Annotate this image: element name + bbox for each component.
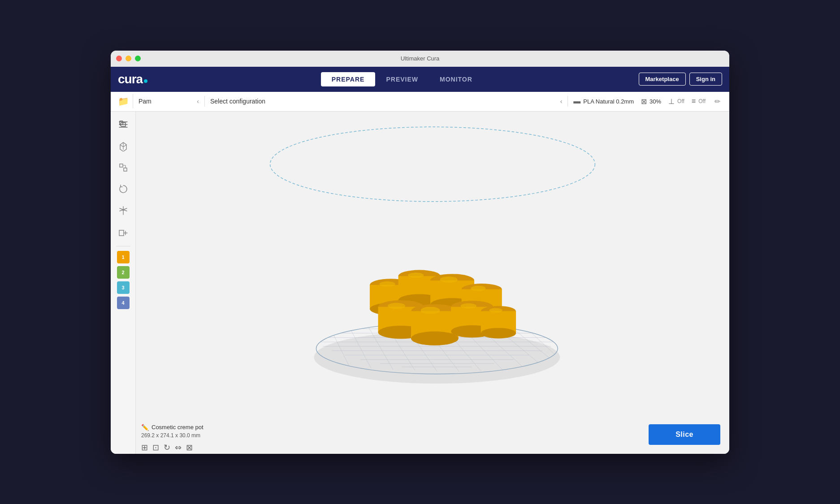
- sidebar-tool-1[interactable]: [114, 115, 133, 134]
- delete-transform-icon[interactable]: ⊠: [186, 443, 193, 452]
- adhesion-label: Off: [698, 98, 706, 104]
- maximize-button[interactable]: [135, 56, 141, 61]
- svg-point-61: [489, 308, 502, 312]
- svg-point-53: [421, 306, 440, 314]
- object-info: ✏️ Cosmetic creme pot 269.2 x 274.1 x 30…: [141, 424, 204, 452]
- svg-point-45: [471, 285, 485, 291]
- nav-tabs: PREPARE PREVIEW MONITOR: [165, 72, 638, 86]
- infill-icon: ⊠: [641, 97, 647, 106]
- svg-point-57: [461, 303, 476, 309]
- layer-1-button[interactable]: 1: [117, 251, 130, 263]
- move-transform-icon[interactable]: ⊞: [141, 443, 148, 452]
- support-icon: ⊥: [668, 97, 675, 106]
- adhesion-icon: ≡: [692, 97, 696, 105]
- sidebar-tool-5[interactable]: [114, 201, 133, 220]
- open-file-icon: [118, 119, 129, 130]
- sidebar: 1 2 3 4: [111, 112, 136, 454]
- logo-dot: [144, 79, 147, 83]
- scale-transform-icon[interactable]: ⊡: [152, 443, 159, 452]
- tab-monitor[interactable]: MONITOR: [429, 72, 483, 86]
- tab-preview[interactable]: PREVIEW: [375, 72, 429, 86]
- chevron-left-icon: ‹: [197, 98, 199, 105]
- main-content: 1 2 3 4: [111, 112, 729, 454]
- minimize-button[interactable]: [126, 56, 131, 61]
- svg-point-49: [388, 303, 405, 309]
- rotate-transform-icon[interactable]: ↻: [164, 443, 170, 452]
- logo-text: cura: [118, 72, 143, 86]
- print-settings: ▬ PLA Natural 0.2mm ⊠ 30% ⊥ Off ≡ Off ✏: [568, 95, 726, 108]
- move-icon: [118, 141, 129, 151]
- cylinder-8: [481, 306, 516, 338]
- sidebar-divider: [116, 246, 130, 246]
- close-button[interactable]: [116, 56, 122, 61]
- support-setting[interactable]: ⊥ Off: [668, 97, 684, 106]
- object-name-text: Cosmetic creme pot: [152, 424, 204, 431]
- svg-point-41: [440, 276, 458, 283]
- svg-point-33: [379, 281, 395, 287]
- slice-button-container: Slice: [649, 424, 720, 445]
- config-text: Select configuration: [210, 98, 558, 105]
- printer-selector[interactable]: Pam ‹: [133, 96, 205, 107]
- app-window: Ultimaker Cura cura PREPARE PREVIEW MONI…: [111, 51, 729, 454]
- app-logo: cura: [118, 72, 147, 86]
- svg-rect-3: [119, 230, 124, 236]
- layer-4-button[interactable]: 4: [117, 297, 130, 309]
- transform-icons: ⊞ ⊡ ↻ ⇔ ⊠: [141, 443, 204, 452]
- chevron-left-icon-2: ‹: [560, 98, 563, 105]
- svg-rect-2: [124, 168, 127, 171]
- window-title: Ultimaker Cura: [401, 55, 440, 62]
- object-dimensions: 269.2 x 274.1 x 30.0 mm: [141, 432, 204, 439]
- support-label: Off: [677, 98, 684, 104]
- app-header: cura PREPARE PREVIEW MONITOR Marketplace…: [111, 67, 729, 92]
- svg-rect-1: [120, 164, 123, 167]
- scene-svg: [136, 112, 729, 454]
- layer-2-button[interactable]: 2: [117, 266, 130, 279]
- svg-point-60: [481, 327, 516, 338]
- folder-icon: 📁: [118, 96, 129, 107]
- sidebar-tool-6[interactable]: [114, 223, 133, 241]
- layer-3-button[interactable]: 3: [117, 281, 130, 294]
- svg-point-37: [408, 272, 424, 278]
- infill-value: 30%: [649, 98, 661, 105]
- rotate-icon: [118, 184, 129, 194]
- slice-button[interactable]: Slice: [649, 424, 720, 445]
- settings-edit-icon[interactable]: ✏: [714, 97, 720, 106]
- open-folder-button[interactable]: 📁: [114, 94, 133, 108]
- object-name-row: ✏️ Cosmetic creme pot: [141, 424, 204, 431]
- material-value: PLA Natural 0.2mm: [583, 98, 634, 105]
- traffic-lights: [116, 56, 141, 61]
- build-volume-ellipse: [270, 127, 595, 202]
- mirror-icon: [118, 205, 129, 216]
- tab-prepare[interactable]: PREPARE: [321, 72, 376, 86]
- config-selector[interactable]: Select configuration ‹: [205, 96, 568, 107]
- pencil-icon: ✏️: [141, 424, 149, 431]
- bottom-bar: ✏️ Cosmetic creme pot 269.2 x 274.1 x 30…: [136, 422, 729, 454]
- adhesion-setting[interactable]: ≡ Off: [692, 97, 706, 105]
- sidebar-tool-2[interactable]: [114, 137, 133, 155]
- sidebar-tool-3[interactable]: [114, 158, 133, 177]
- support-blocker-icon: [118, 227, 129, 237]
- 3d-viewport[interactable]: ✏️ Cosmetic creme pot 269.2 x 274.1 x 30…: [136, 112, 729, 454]
- infill-setting[interactable]: ⊠ 30%: [641, 97, 661, 106]
- toolbar: 📁 Pam ‹ Select configuration ‹ ▬ PLA Nat…: [111, 92, 729, 112]
- printer-name: Pam: [139, 98, 194, 105]
- mirror-transform-icon[interactable]: ⇔: [175, 443, 182, 452]
- material-icon: ▬: [573, 97, 580, 105]
- signin-button[interactable]: Sign in: [689, 73, 722, 86]
- scale-icon: [118, 162, 129, 173]
- marketplace-button[interactable]: Marketplace: [639, 73, 686, 86]
- material-setting[interactable]: ▬ PLA Natural 0.2mm: [573, 97, 634, 105]
- sidebar-tool-4[interactable]: [114, 180, 133, 198]
- title-bar: Ultimaker Cura: [111, 51, 729, 67]
- header-actions: Marketplace Sign in: [639, 73, 723, 86]
- svg-point-52: [411, 331, 459, 345]
